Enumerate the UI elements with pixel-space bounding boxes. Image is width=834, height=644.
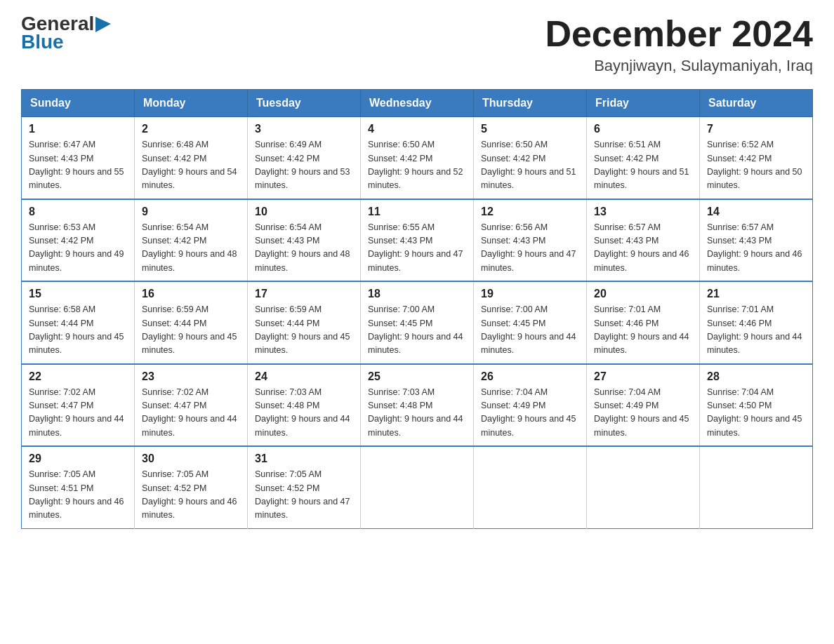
day-number: 29 — [29, 452, 127, 465]
day-number: 12 — [481, 206, 579, 218]
calendar-cell: 19 Sunrise: 7:00 AM Sunset: 4:45 PM Dayl… — [474, 281, 587, 364]
day-info: Sunrise: 6:49 AM Sunset: 4:42 PM Dayligh… — [255, 138, 353, 193]
day-info: Sunrise: 6:52 AM Sunset: 4:42 PM Dayligh… — [707, 138, 805, 193]
day-number: 28 — [707, 370, 805, 383]
day-info: Sunrise: 6:58 AM Sunset: 4:44 PM Dayligh… — [29, 303, 127, 358]
calendar-cell: 18 Sunrise: 7:00 AM Sunset: 4:45 PM Dayl… — [361, 281, 474, 364]
day-number: 1 — [29, 123, 127, 135]
calendar-cell: 14 Sunrise: 6:57 AM Sunset: 4:43 PM Dayl… — [700, 199, 813, 282]
day-info: Sunrise: 6:56 AM Sunset: 4:43 PM Dayligh… — [481, 221, 579, 276]
calendar-cell — [700, 446, 813, 528]
day-number: 11 — [368, 206, 466, 218]
calendar-cell: 30 Sunrise: 7:05 AM Sunset: 4:52 PM Dayl… — [135, 446, 248, 528]
location-subtitle: Baynjiwayn, Sulaymaniyah, Iraq — [545, 57, 813, 75]
day-number: 9 — [142, 206, 240, 218]
calendar-cell: 1 Sunrise: 6:47 AM Sunset: 4:43 PM Dayli… — [22, 117, 135, 199]
calendar-cell: 7 Sunrise: 6:52 AM Sunset: 4:42 PM Dayli… — [700, 117, 813, 199]
day-number: 8 — [29, 206, 127, 218]
day-number: 30 — [142, 452, 240, 465]
calendar-body: 1 Sunrise: 6:47 AM Sunset: 4:43 PM Dayli… — [22, 117, 813, 529]
day-number: 4 — [368, 123, 466, 135]
logo-blue: Blue — [21, 31, 64, 53]
day-number: 7 — [707, 123, 805, 135]
calendar-cell: 10 Sunrise: 6:54 AM Sunset: 4:43 PM Dayl… — [248, 199, 361, 282]
calendar-cell: 17 Sunrise: 6:59 AM Sunset: 4:44 PM Dayl… — [248, 281, 361, 364]
day-info: Sunrise: 7:01 AM Sunset: 4:46 PM Dayligh… — [707, 303, 805, 358]
calendar-cell: 27 Sunrise: 7:04 AM Sunset: 4:49 PM Dayl… — [587, 364, 700, 447]
week-row-3: 15 Sunrise: 6:58 AM Sunset: 4:44 PM Dayl… — [22, 281, 813, 364]
calendar-cell: 23 Sunrise: 7:02 AM Sunset: 4:47 PM Dayl… — [135, 364, 248, 447]
day-header-tuesday: Tuesday — [248, 90, 361, 117]
day-info: Sunrise: 7:05 AM Sunset: 4:52 PM Dayligh… — [142, 468, 240, 523]
day-info: Sunrise: 6:53 AM Sunset: 4:42 PM Dayligh… — [29, 221, 127, 276]
calendar-cell: 31 Sunrise: 7:05 AM Sunset: 4:52 PM Dayl… — [248, 446, 361, 528]
calendar-cell: 28 Sunrise: 7:04 AM Sunset: 4:50 PM Dayl… — [700, 364, 813, 447]
calendar-cell: 11 Sunrise: 6:55 AM Sunset: 4:43 PM Dayl… — [361, 199, 474, 282]
day-info: Sunrise: 6:59 AM Sunset: 4:44 PM Dayligh… — [255, 303, 353, 358]
day-info: Sunrise: 6:54 AM Sunset: 4:43 PM Dayligh… — [255, 221, 353, 276]
week-row-4: 22 Sunrise: 7:02 AM Sunset: 4:47 PM Dayl… — [22, 364, 813, 447]
day-number: 17 — [255, 288, 353, 300]
calendar-cell: 24 Sunrise: 7:03 AM Sunset: 4:48 PM Dayl… — [248, 364, 361, 447]
calendar-cell: 9 Sunrise: 6:54 AM Sunset: 4:42 PM Dayli… — [135, 199, 248, 282]
calendar-cell: 13 Sunrise: 6:57 AM Sunset: 4:43 PM Dayl… — [587, 199, 700, 282]
day-info: Sunrise: 7:04 AM Sunset: 4:49 PM Dayligh… — [594, 386, 692, 441]
month-title: December 2024 — [545, 14, 813, 54]
calendar-cell — [587, 446, 700, 528]
day-number: 15 — [29, 288, 127, 300]
calendar-cell: 2 Sunrise: 6:48 AM Sunset: 4:42 PM Dayli… — [135, 117, 248, 199]
day-header-thursday: Thursday — [474, 90, 587, 117]
calendar-cell: 5 Sunrise: 6:50 AM Sunset: 4:42 PM Dayli… — [474, 117, 587, 199]
day-number: 19 — [481, 288, 579, 300]
day-number: 13 — [594, 206, 692, 218]
day-header-monday: Monday — [135, 90, 248, 117]
day-number: 6 — [594, 123, 692, 135]
calendar-cell: 16 Sunrise: 6:59 AM Sunset: 4:44 PM Dayl… — [135, 281, 248, 364]
day-number: 25 — [368, 370, 466, 383]
calendar-cell: 21 Sunrise: 7:01 AM Sunset: 4:46 PM Dayl… — [700, 281, 813, 364]
day-info: Sunrise: 6:57 AM Sunset: 4:43 PM Dayligh… — [707, 221, 805, 276]
day-number: 23 — [142, 370, 240, 383]
week-row-1: 1 Sunrise: 6:47 AM Sunset: 4:43 PM Dayli… — [22, 117, 813, 199]
day-info: Sunrise: 6:48 AM Sunset: 4:42 PM Dayligh… — [142, 138, 240, 193]
day-header-wednesday: Wednesday — [361, 90, 474, 117]
day-number: 14 — [707, 206, 805, 218]
day-info: Sunrise: 7:00 AM Sunset: 4:45 PM Dayligh… — [368, 303, 466, 358]
day-info: Sunrise: 7:04 AM Sunset: 4:49 PM Dayligh… — [481, 386, 579, 441]
day-info: Sunrise: 7:02 AM Sunset: 4:47 PM Dayligh… — [142, 386, 240, 441]
day-number: 5 — [481, 123, 579, 135]
calendar-header-row: SundayMondayTuesdayWednesdayThursdayFrid… — [22, 90, 813, 117]
day-info: Sunrise: 6:50 AM Sunset: 4:42 PM Dayligh… — [368, 138, 466, 193]
day-number: 27 — [594, 370, 692, 383]
week-row-2: 8 Sunrise: 6:53 AM Sunset: 4:42 PM Dayli… — [22, 199, 813, 282]
day-info: Sunrise: 7:03 AM Sunset: 4:48 PM Dayligh… — [368, 386, 466, 441]
day-header-sunday: Sunday — [22, 90, 135, 117]
logo-triangle-icon — [95, 17, 111, 32]
day-info: Sunrise: 7:05 AM Sunset: 4:51 PM Dayligh… — [29, 468, 127, 523]
day-info: Sunrise: 6:47 AM Sunset: 4:43 PM Dayligh… — [29, 138, 127, 193]
day-number: 26 — [481, 370, 579, 383]
day-number: 16 — [142, 288, 240, 300]
day-number: 18 — [368, 288, 466, 300]
calendar-cell: 22 Sunrise: 7:02 AM Sunset: 4:47 PM Dayl… — [22, 364, 135, 447]
day-info: Sunrise: 6:59 AM Sunset: 4:44 PM Dayligh… — [142, 303, 240, 358]
calendar-cell: 26 Sunrise: 7:04 AM Sunset: 4:49 PM Dayl… — [474, 364, 587, 447]
calendar-cell: 15 Sunrise: 6:58 AM Sunset: 4:44 PM Dayl… — [22, 281, 135, 364]
logo: General Blue — [21, 14, 111, 53]
day-info: Sunrise: 7:02 AM Sunset: 4:47 PM Dayligh… — [29, 386, 127, 441]
title-section: December 2024 Baynjiwayn, Sulaymaniyah, … — [545, 14, 813, 75]
day-info: Sunrise: 7:03 AM Sunset: 4:48 PM Dayligh… — [255, 386, 353, 441]
day-info: Sunrise: 6:54 AM Sunset: 4:42 PM Dayligh… — [142, 221, 240, 276]
day-info: Sunrise: 7:01 AM Sunset: 4:46 PM Dayligh… — [594, 303, 692, 358]
day-header-saturday: Saturday — [700, 90, 813, 117]
calendar-cell: 8 Sunrise: 6:53 AM Sunset: 4:42 PM Dayli… — [22, 199, 135, 282]
calendar-cell: 3 Sunrise: 6:49 AM Sunset: 4:42 PM Dayli… — [248, 117, 361, 199]
page-header: General Blue December 2024 Baynjiwayn, S… — [21, 14, 813, 75]
day-info: Sunrise: 6:50 AM Sunset: 4:42 PM Dayligh… — [481, 138, 579, 193]
calendar-cell — [474, 446, 587, 528]
day-number: 2 — [142, 123, 240, 135]
calendar-table: SundayMondayTuesdayWednesdayThursdayFrid… — [21, 89, 813, 529]
calendar-cell: 20 Sunrise: 7:01 AM Sunset: 4:46 PM Dayl… — [587, 281, 700, 364]
day-number: 20 — [594, 288, 692, 300]
day-header-friday: Friday — [587, 90, 700, 117]
